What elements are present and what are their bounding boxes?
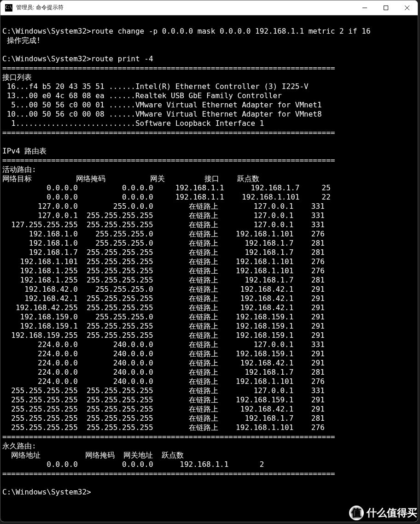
- command-prompt-window: C:\ 管理员: 命令提示符 C:\Windows\System32>route…: [0, 0, 418, 522]
- maximize-button[interactable]: [375, 0, 397, 15]
- close-button[interactable]: [397, 0, 418, 15]
- terminal-output[interactable]: C:\Windows\System32>route change -p 0.0.…: [0, 15, 418, 522]
- watermark-badge-icon: 值: [348, 505, 365, 521]
- minimize-button[interactable]: [354, 0, 375, 15]
- watermark-text: 什么值得买: [367, 506, 417, 520]
- window-title: 管理员: 命令提示符: [16, 4, 64, 12]
- titlebar[interactable]: C:\ 管理员: 命令提示符: [0, 0, 418, 15]
- watermark: 值 什么值得买: [348, 505, 417, 521]
- svg-rect-1: [384, 6, 388, 10]
- cmd-icon: C:\: [5, 4, 12, 12]
